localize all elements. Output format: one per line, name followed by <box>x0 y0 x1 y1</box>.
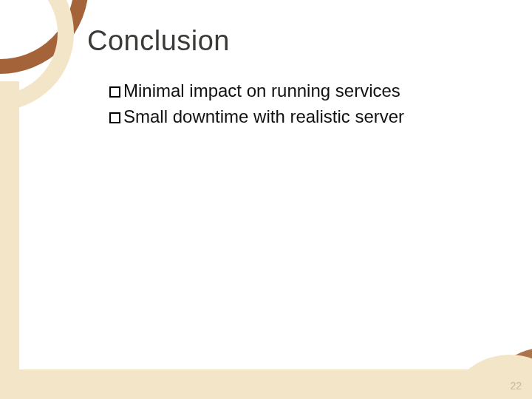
list-item: Minimal impact on running services <box>109 78 404 104</box>
square-bullet-icon <box>109 86 120 98</box>
decoration-ring-cream <box>0 0 74 111</box>
list-item: Small downtime with realistic server <box>109 104 404 130</box>
bullet-text: Small downtime with realistic server <box>123 106 404 126</box>
bullet-text: Minimal impact on running services <box>123 81 400 100</box>
slide: Conclusion Minimal impact on running ser… <box>0 0 532 399</box>
decoration-left-band <box>0 81 19 399</box>
page-number: 22 <box>510 380 522 392</box>
slide-title: Conclusion <box>87 25 230 57</box>
bullet-list: Minimal impact on running services Small… <box>109 78 404 130</box>
square-bullet-icon <box>109 112 120 123</box>
